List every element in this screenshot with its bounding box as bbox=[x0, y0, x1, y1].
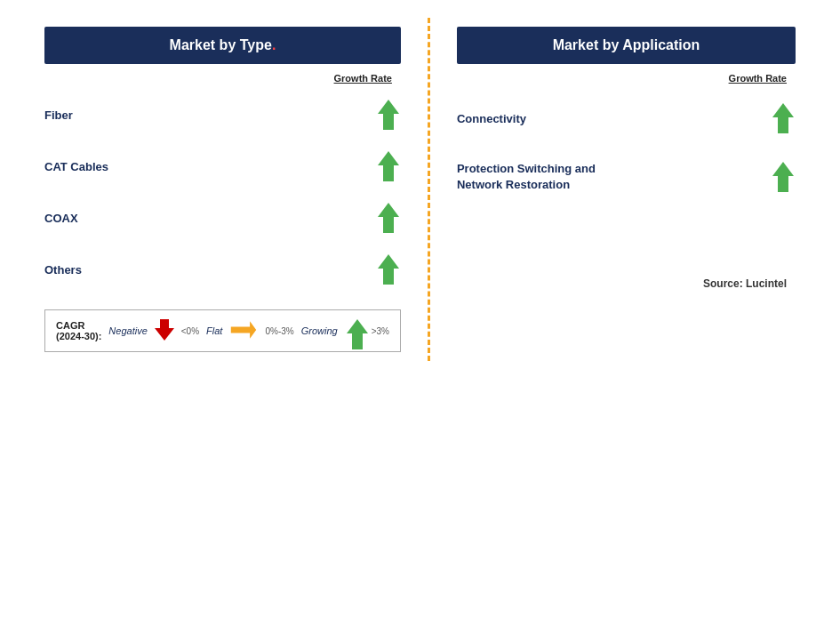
right-panel-title: Market by Application bbox=[553, 37, 700, 52]
flat-label: Flat bbox=[206, 325, 222, 336]
right-panel-header: Market by Application bbox=[457, 27, 796, 64]
flat-value: 0%-3% bbox=[265, 326, 293, 336]
cat-cables-row: CAT Cables bbox=[44, 140, 401, 192]
growing-arrow-up-icon bbox=[345, 317, 364, 344]
others-label: Others bbox=[44, 263, 376, 277]
cat-cables-arrow-up-icon bbox=[376, 149, 401, 183]
svg-marker-3 bbox=[378, 254, 399, 285]
svg-marker-6 bbox=[347, 319, 368, 349]
svg-marker-2 bbox=[378, 203, 399, 233]
cat-cables-label: CAT Cables bbox=[44, 160, 376, 173]
negative-label: Negative bbox=[108, 325, 147, 336]
connectivity-label: Connectivity bbox=[457, 112, 771, 125]
flat-legend-item: Flat bbox=[206, 325, 222, 336]
coax-label: COAX bbox=[44, 212, 376, 225]
coax-row: COAX bbox=[44, 192, 401, 244]
growing-value: >3% bbox=[372, 326, 389, 336]
growing-label: Growing bbox=[301, 325, 338, 336]
svg-marker-7 bbox=[772, 103, 794, 133]
protection-switching-arrow-up-icon bbox=[771, 160, 796, 194]
others-row: Others bbox=[44, 244, 401, 295]
flat-arrow-right-icon bbox=[229, 320, 258, 341]
negative-legend-item: Negative bbox=[108, 325, 147, 336]
left-panel-title: Market by Type bbox=[170, 37, 272, 52]
growing-legend-item: Growing bbox=[301, 325, 338, 336]
connectivity-row: Connectivity bbox=[457, 89, 796, 148]
left-growth-rate-label: Growth Rate bbox=[44, 73, 401, 84]
title-dot: . bbox=[272, 37, 276, 52]
fiber-label: Fiber bbox=[44, 108, 376, 122]
svg-marker-5 bbox=[231, 321, 256, 339]
others-arrow-up-icon bbox=[376, 253, 401, 286]
svg-marker-1 bbox=[378, 151, 399, 181]
fiber-row: Fiber bbox=[44, 89, 401, 140]
connectivity-arrow-up-icon bbox=[771, 101, 796, 135]
coax-arrow-up-icon bbox=[376, 201, 401, 235]
right-panel: Market by Application Growth Rate Connec… bbox=[439, 18, 813, 361]
cagr-label: CAGR(2024-30): bbox=[56, 320, 101, 341]
negative-value: <0% bbox=[181, 326, 199, 336]
protection-switching-label: Protection Switching andNetwork Restorat… bbox=[457, 161, 771, 193]
svg-marker-4 bbox=[155, 319, 174, 341]
negative-arrow-down-icon bbox=[155, 317, 174, 344]
left-panel: Market by Type. Growth Rate Fiber CAT Ca… bbox=[27, 18, 419, 361]
protection-switching-row: Protection Switching andNetwork Restorat… bbox=[457, 148, 796, 206]
panel-divider bbox=[428, 18, 430, 361]
right-growth-rate-label: Growth Rate bbox=[457, 73, 796, 84]
fiber-arrow-up-icon bbox=[376, 98, 401, 132]
svg-marker-8 bbox=[772, 162, 794, 192]
legend-box: CAGR(2024-30): Negative <0% Flat 0%-3% bbox=[44, 309, 401, 352]
source-text: Source: Lucintel bbox=[457, 277, 796, 290]
left-panel-header: Market by Type. bbox=[44, 27, 401, 64]
svg-marker-0 bbox=[378, 100, 399, 130]
